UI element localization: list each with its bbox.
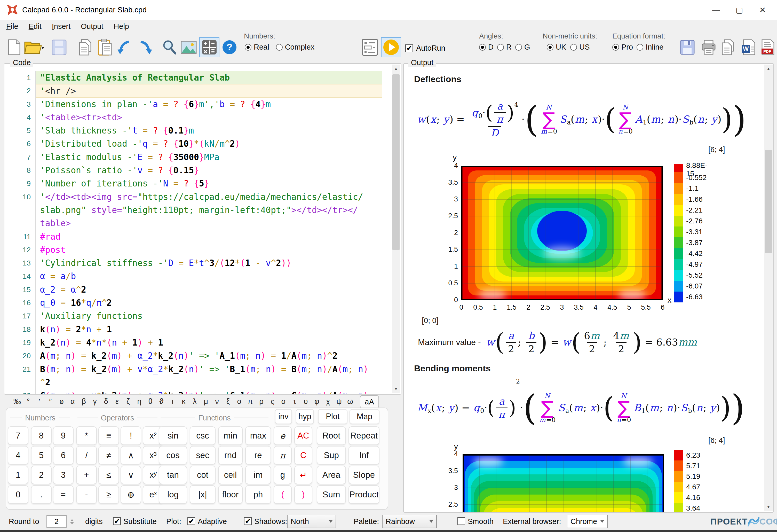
code-line[interactable]: 4'<table><tr><td>	[4, 111, 389, 124]
key-sym[interactable]: ↵	[294, 466, 312, 484]
shadows-checkbox[interactable]	[244, 517, 252, 525]
code-line[interactable]: 6'Distributed load -'q = ? {10}*(kN/m^2)	[4, 137, 389, 150]
scroll-up-icon[interactable]: ▲	[392, 65, 400, 73]
code-line[interactable]: 10'</td><td><img src="https://calcpad.eu…	[4, 190, 389, 204]
greek-char-sym[interactable]: ω	[345, 397, 356, 406]
greek-char-sym[interactable]: τ	[289, 397, 300, 406]
calculator-toggle-selected[interactable]	[199, 37, 219, 57]
key-slope[interactable]: Slope	[348, 466, 379, 484]
key-g[interactable]: g	[273, 466, 292, 484]
greek-char-sym[interactable]: ξ	[223, 397, 234, 406]
key-repeat[interactable]: Repeat	[348, 426, 379, 445]
maximize-button[interactable]: ▢	[730, 3, 749, 17]
key-2[interactable]: 2	[31, 466, 51, 484]
copy-icon-button[interactable]	[78, 39, 93, 56]
greek-char-sym[interactable]: δ	[100, 397, 112, 406]
greek-char-sym[interactable]: ι	[167, 397, 178, 406]
paste-icon-button[interactable]	[97, 39, 113, 56]
code-line[interactable]: 12#post	[4, 243, 389, 256]
menu-edit[interactable]: Edit	[29, 22, 41, 31]
minimize-button[interactable]: —	[707, 3, 726, 17]
key-cos[interactable]: cos	[159, 446, 187, 464]
run-button-selected[interactable]	[381, 37, 401, 57]
code-line[interactable]: 20A(m; n) = k_2(m) + α_2*k_2(n)' => 'A_1…	[4, 349, 389, 362]
key-sym[interactable]: ⊕	[121, 485, 141, 504]
autorun-control[interactable]: AutoRun	[405, 44, 445, 52]
key-1[interactable]: 1	[8, 466, 28, 484]
key-log[interactable]: log	[159, 485, 187, 504]
radio-uk[interactable]: UK	[547, 43, 566, 51]
key-root[interactable]: Root	[317, 426, 346, 445]
key-8[interactable]: 8	[31, 426, 51, 445]
code-line[interactable]: 13'Cylindrical stiffness -'D = E*t^3/(12…	[4, 256, 389, 270]
menu-output[interactable]: Output	[81, 22, 103, 31]
greek-char-sym[interactable]: ø	[56, 397, 67, 406]
greek-char-sym[interactable]: ″	[45, 397, 56, 406]
key-sym[interactable]: ≤	[98, 466, 119, 484]
code-line[interactable]: 17'Auxiliary functions	[4, 309, 389, 323]
case-toggle-button[interactable]: aA	[360, 395, 379, 409]
key-im[interactable]: im	[245, 466, 271, 484]
key-plot[interactable]: Plot	[318, 409, 347, 424]
save-button-disabled[interactable]	[51, 39, 67, 56]
code-line[interactable]: 15α_2 = α^2	[4, 283, 389, 296]
key-ceil[interactable]: ceil	[218, 466, 243, 484]
greek-char-sym[interactable]: σ	[278, 397, 289, 406]
radio-pro[interactable]: Pro	[612, 43, 633, 51]
key-sym[interactable]: .	[31, 485, 51, 504]
scroll-down-icon[interactable]: ▼	[392, 385, 400, 393]
code-line[interactable]: 18k(n) = 2*n + 1	[4, 323, 389, 336]
menu-insert[interactable]: Insert	[52, 22, 71, 31]
palette-select[interactable]: Rainbow	[382, 515, 437, 528]
code-line[interactable]: 19k_2(n) = 4*n*(n + 1) + 1	[4, 336, 389, 349]
key-ac[interactable]: AC	[294, 426, 312, 445]
radio-complex[interactable]: Complex	[276, 43, 314, 51]
code-line[interactable]: 7'Elastic modulus -'E = ? {35000}MPa	[4, 150, 389, 164]
key-3[interactable]: 3	[53, 466, 74, 484]
greek-char-sym[interactable]: κ	[178, 397, 189, 406]
code-line[interactable]: 5'Slab thickness -'t = ? {0.1}m	[4, 124, 389, 137]
key-min[interactable]: min	[218, 426, 243, 445]
radio-real[interactable]: Real	[245, 43, 269, 51]
greek-char-sym[interactable]: φ	[311, 397, 322, 406]
key-floor[interactable]: floor	[218, 485, 243, 504]
key-tan[interactable]: tan	[159, 466, 187, 484]
code-line[interactable]: 11#rad	[4, 230, 389, 243]
key-map[interactable]: Map	[349, 409, 379, 424]
key-0[interactable]: 0	[8, 485, 28, 504]
image-button[interactable]	[181, 39, 197, 56]
menu-help[interactable]: Help	[114, 22, 129, 31]
code-line[interactable]: slab.png" style="height:110pt; margin-le…	[4, 204, 389, 217]
greek-char-sym[interactable]: λ	[189, 397, 200, 406]
key-sym[interactable]: (	[273, 485, 292, 504]
greek-char-sym[interactable]: θ	[145, 397, 156, 406]
key-sup[interactable]: Sup	[317, 446, 346, 464]
code-line[interactable]: 3'Dimensions in plan -'a = ? {6}m','b = …	[4, 98, 389, 111]
code-line[interactable]: 9'Number of iterations -'N = ? {5}	[4, 177, 389, 190]
radio-r[interactable]: R	[497, 43, 512, 51]
key-sym[interactable]: ∨	[121, 466, 141, 484]
key-sum[interactable]: Sum	[317, 485, 346, 504]
greek-char-sym[interactable]: ζ	[123, 397, 134, 406]
code-line[interactable]: 2'<hr />	[4, 84, 389, 97]
shadows-direction-select[interactable]: North	[287, 515, 336, 528]
greek-char-sym[interactable]: ε	[112, 397, 123, 406]
close-button[interactable]: ✕	[753, 3, 772, 17]
key-e[interactable]: e	[273, 426, 292, 445]
key-x[interactable]: |x|	[190, 485, 216, 504]
greek-char-o[interactable]: o	[234, 397, 245, 406]
key-sin[interactable]: sin	[159, 426, 187, 445]
key-5[interactable]: 5	[31, 446, 51, 464]
greek-char-sym[interactable]: υ	[300, 397, 311, 406]
redo-button[interactable]	[137, 39, 153, 56]
key-inv[interactable]: inv	[275, 409, 292, 424]
radio-inline[interactable]: Inline	[637, 43, 663, 51]
key-csc[interactable]: csc	[190, 426, 216, 445]
key-sym[interactable]: π	[273, 446, 292, 464]
copy-output-button[interactable]	[720, 39, 736, 56]
input-form-button[interactable]	[362, 39, 378, 56]
key-c[interactable]: C	[294, 446, 312, 464]
undo-button[interactable]	[117, 39, 133, 56]
key-sym[interactable]: +	[76, 466, 97, 484]
help-button[interactable]: ?	[221, 39, 237, 56]
